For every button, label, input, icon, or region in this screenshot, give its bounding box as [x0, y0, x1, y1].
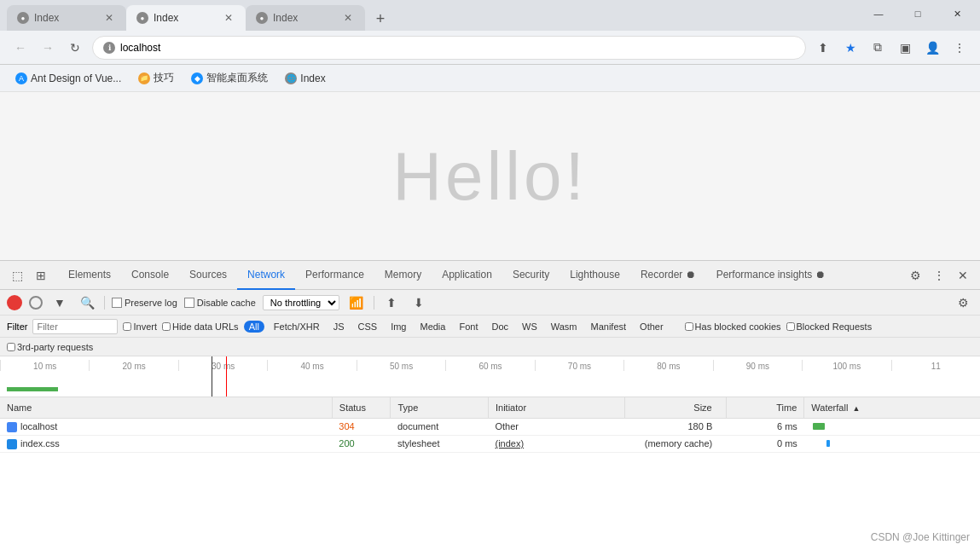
devtools-settings-icon[interactable]: ⚙ — [905, 265, 925, 286]
invert-checkbox[interactable]: Invert — [123, 321, 157, 332]
filter-input[interactable] — [32, 319, 118, 334]
preserve-log-label: Preserve log — [125, 298, 177, 308]
network-settings-icon[interactable]: ⚙ — [953, 292, 973, 313]
has-blocked-checkbox[interactable]: Has blocked cookies — [685, 321, 781, 332]
filter-other[interactable]: Other — [635, 321, 668, 333]
bookmark-smart-label: 智能桌面系统 — [206, 71, 268, 85]
tab-performance-insights[interactable]: Performance insights ⏺ — [706, 261, 836, 290]
tick-50: 50 ms — [357, 360, 445, 371]
third-party-check[interactable] — [7, 343, 15, 351]
tab-lighthouse[interactable]: Lighthouse — [560, 261, 630, 290]
blocked-requests-checkbox[interactable]: Blocked Requests — [786, 321, 873, 332]
watermark: CSDN @Joe Kittinger — [871, 531, 970, 543]
throttling-select[interactable]: No throttling Fast 3G Slow 3G — [263, 295, 339, 310]
tab-application[interactable]: Application — [432, 261, 502, 290]
bookmark-index[interactable]: 🌐 Index — [280, 71, 330, 86]
disable-cache-check[interactable] — [184, 298, 194, 308]
back-button[interactable]: ← — [10, 38, 31, 58]
col-header-time[interactable]: Time — [726, 397, 804, 418]
bookmark-star-icon[interactable]: ★ — [840, 38, 861, 58]
url-text: localhost — [120, 42, 160, 54]
search-network-icon[interactable]: 🔍 — [77, 292, 97, 313]
tab-console[interactable]: Console — [121, 261, 179, 290]
forward-button[interactable]: → — [38, 38, 58, 58]
devtools-responsive-toggle[interactable]: ⊞ — [31, 265, 51, 286]
filter-media[interactable]: Media — [415, 321, 449, 333]
filter-js[interactable]: JS — [329, 321, 349, 333]
tab-2-close[interactable]: ✕ — [222, 11, 235, 25]
bookmark-smart[interactable]: ◆ 智能桌面系统 — [186, 69, 273, 87]
devtools-element-picker[interactable]: ⬚ — [7, 265, 27, 286]
tab-1[interactable]: ● Index ✕ — [7, 5, 126, 31]
export-har-icon[interactable]: ⬇ — [409, 292, 429, 313]
tab-sources[interactable]: Sources — [179, 261, 237, 290]
third-party-checkbox[interactable]: 3rd-party requests — [7, 342, 93, 352]
stop-button[interactable] — [29, 296, 43, 310]
row-2-type-icon — [7, 439, 17, 449]
filter-all[interactable]: All — [244, 321, 264, 333]
col-header-type[interactable]: Type — [391, 397, 489, 418]
table-row[interactable]: index.css 200 stylesheet (index) (memory… — [0, 435, 980, 452]
invert-check[interactable] — [123, 322, 131, 331]
filter-css[interactable]: CSS — [354, 321, 382, 333]
tab-1-close[interactable]: ✕ — [102, 11, 116, 25]
col-header-initiator[interactable]: Initiator — [488, 397, 624, 418]
row-1-time: 6 ms — [726, 418, 804, 435]
hide-data-checkbox[interactable]: Hide data URLs — [162, 321, 239, 332]
profile-icon[interactable]: 👤 — [922, 38, 942, 58]
devtools-close-icon[interactable]: ✕ — [953, 265, 973, 286]
preserve-log-check[interactable] — [112, 298, 122, 308]
tab-recorder[interactable]: Recorder ⏺ — [630, 261, 706, 290]
filter-ws[interactable]: WS — [518, 321, 542, 333]
tab-1-favicon: ● — [17, 12, 29, 24]
tab-elements[interactable]: Elements — [58, 261, 121, 290]
has-blocked-check[interactable] — [685, 322, 693, 331]
hide-data-check[interactable] — [162, 322, 171, 331]
maximize-button[interactable]: □ — [898, 0, 937, 27]
hello-heading: Hello! — [392, 137, 588, 216]
row-2-initiator: (index) — [488, 435, 624, 452]
bookmark-jiqiao-label: 技巧 — [154, 71, 174, 85]
col-header-waterfall[interactable]: Waterfall ▲ — [804, 397, 980, 418]
filter-label: Filter — [7, 321, 27, 332]
blocked-requests-check[interactable] — [786, 322, 795, 331]
filter-toggle-icon[interactable]: ▼ — [49, 292, 70, 313]
third-party-bar: 3rd-party requests — [0, 338, 980, 356]
url-bar[interactable]: ℹ localhost — [92, 36, 806, 60]
tab-performance[interactable]: Performance — [295, 261, 374, 290]
table-row[interactable]: localhost 304 document Other 180 B 6 ms — [0, 418, 980, 435]
wifi-icon[interactable]: 📶 — [346, 292, 367, 313]
col-header-status[interactable]: Status — [332, 397, 391, 418]
devtools-more-icon[interactable]: ⋮ — [929, 265, 949, 286]
tab-memory[interactable]: Memory — [374, 261, 432, 290]
bookmark-ant[interactable]: A Ant Design of Vue... — [10, 71, 126, 86]
menu-icon[interactable]: ⋮ — [949, 38, 970, 58]
import-har-icon[interactable]: ⬆ — [381, 292, 402, 313]
filter-font[interactable]: Font — [455, 321, 482, 333]
tab-3[interactable]: ● Index ✕ — [246, 5, 365, 31]
row-2-initiator-link[interactable]: (index) — [495, 438, 524, 449]
record-button[interactable] — [7, 295, 22, 310]
tab-2[interactable]: ● Index ✕ — [126, 5, 246, 31]
tab-3-close[interactable]: ✕ — [341, 11, 355, 25]
tab-network[interactable]: Network — [237, 261, 295, 290]
filter-manifest[interactable]: Manifest — [587, 321, 631, 333]
disable-cache-checkbox[interactable]: Disable cache — [184, 298, 256, 308]
col-header-name[interactable]: Name — [0, 397, 332, 418]
filter-img[interactable]: Img — [386, 321, 410, 333]
col-header-size[interactable]: Size — [625, 397, 726, 418]
split-view-icon[interactable]: ▣ — [895, 38, 915, 58]
new-tab-button[interactable]: + — [368, 7, 392, 31]
filter-wasm[interactable]: Wasm — [547, 321, 582, 333]
bookmark-jiqiao[interactable]: 📁 技巧 — [133, 69, 179, 87]
extensions-icon[interactable]: ⧉ — [867, 38, 888, 58]
close-button[interactable]: ✕ — [937, 0, 977, 27]
filter-doc[interactable]: Doc — [487, 321, 513, 333]
filter-fetch[interactable]: Fetch/XHR — [270, 321, 324, 333]
share-icon[interactable]: ⬆ — [813, 38, 833, 58]
tab-security[interactable]: Security — [502, 261, 560, 290]
bookmark-index-label: Index — [300, 72, 325, 84]
reload-button[interactable]: ↻ — [65, 38, 85, 58]
minimize-button[interactable]: — — [859, 0, 898, 27]
preserve-log-checkbox[interactable]: Preserve log — [112, 298, 177, 308]
